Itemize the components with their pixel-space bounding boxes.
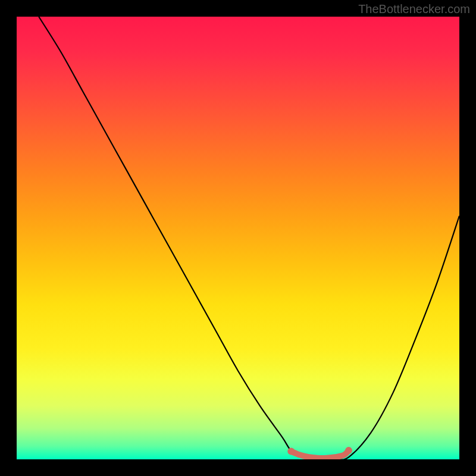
chart-svg: [17, 17, 459, 459]
optimal-range-highlight: [291, 450, 349, 458]
highlight-start-dot: [287, 448, 295, 455]
chart-plot-area: [17, 17, 459, 459]
bottleneck-curve: [39, 17, 459, 459]
highlight-end-dot: [345, 447, 352, 454]
watermark-text: TheBottlenecker.com: [358, 2, 470, 16]
